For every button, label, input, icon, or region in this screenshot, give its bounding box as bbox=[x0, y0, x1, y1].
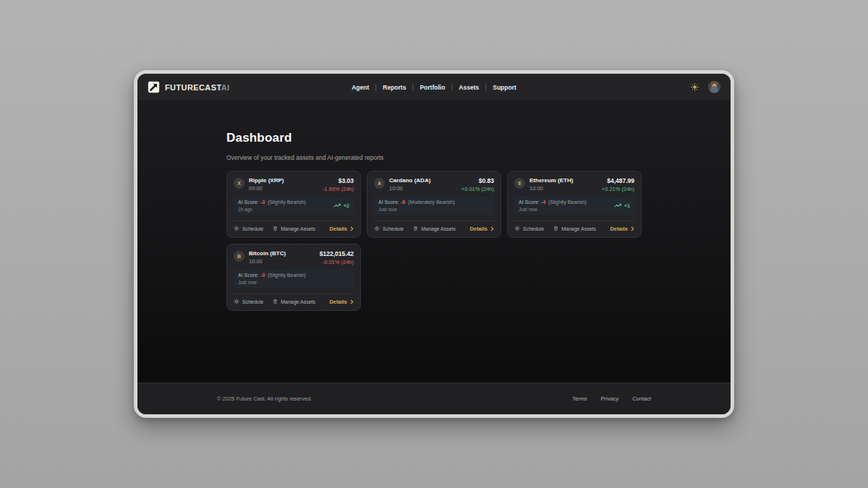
trash-icon bbox=[413, 226, 418, 231]
manage-assets-button[interactable]: Manage Assets bbox=[273, 299, 315, 304]
score-updated-time: Just now bbox=[378, 207, 455, 212]
details-button[interactable]: Details bbox=[469, 226, 494, 232]
asset-change: +0.21% (24h) bbox=[602, 186, 634, 192]
chevron-right-icon bbox=[350, 299, 354, 304]
manage-assets-button[interactable]: Manage Assets bbox=[413, 226, 456, 231]
asset-avatar: B bbox=[234, 251, 244, 262]
site-footer: © 2025 Future Cast. All rights reserved.… bbox=[137, 382, 731, 414]
ai-score-box: AI Score:-4 (Slightly Bearish) Just now … bbox=[514, 197, 634, 215]
asset-card-grid: X Ripple (XRP) 09:00 $3.03 -1.93% (24h) … bbox=[226, 171, 642, 311]
main-nav: Agent Reports Portfolio Assets Support bbox=[345, 74, 523, 100]
asset-time: 09:00 bbox=[249, 185, 284, 192]
asset-price: $122,015.42 bbox=[320, 250, 354, 257]
user-avatar[interactable] bbox=[708, 81, 720, 93]
asset-card-ethereum: E Ethereum (ETH) 10:00 $4,487.99 +0.21% … bbox=[507, 171, 642, 238]
asset-name: Cardano (ADA) bbox=[389, 177, 430, 184]
asset-avatar: X bbox=[234, 178, 244, 189]
trend-delta: +1 bbox=[624, 203, 630, 208]
asset-price: $4,487.99 bbox=[602, 177, 634, 184]
ai-score-sentiment: (Moderately Bearish) bbox=[408, 200, 455, 205]
ai-score-sentiment: (Slightly Bearish) bbox=[268, 200, 306, 205]
footer-links: Terms Privacy Contact bbox=[572, 395, 651, 402]
trend-badge: +2 bbox=[333, 203, 349, 208]
schedule-button[interactable]: Schedule bbox=[234, 226, 263, 231]
card-actions: Schedule Manage Assets Details bbox=[374, 221, 494, 232]
footer-link-contact[interactable]: Contact bbox=[632, 395, 651, 402]
page-title: Dashboard bbox=[226, 131, 642, 145]
asset-price: $0.83 bbox=[461, 177, 494, 184]
page-subtitle: Overview of your tracked assets and AI-g… bbox=[226, 154, 642, 161]
schedule-button[interactable]: Schedule bbox=[374, 226, 404, 231]
asset-card-cardano: A Cardano (ADA) 10:00 $0.83 +0.01% (24h)… bbox=[367, 171, 501, 238]
gear-icon bbox=[234, 299, 239, 304]
nav-item-agent[interactable]: Agent bbox=[345, 84, 375, 91]
ai-score-value: -3 bbox=[259, 273, 266, 278]
asset-change: +0.01% (24h) bbox=[461, 186, 494, 192]
schedule-button[interactable]: Schedule bbox=[514, 226, 544, 231]
asset-price: $3.03 bbox=[323, 177, 354, 184]
asset-initial: E bbox=[518, 181, 522, 186]
trending-up-icon bbox=[614, 203, 622, 208]
nav-item-assets[interactable]: Assets bbox=[452, 84, 485, 91]
asset-initial: X bbox=[237, 181, 241, 186]
manage-assets-button[interactable]: Manage Assets bbox=[553, 226, 596, 231]
trash-icon bbox=[273, 226, 278, 231]
asset-card-ripple: X Ripple (XRP) 09:00 $3.03 -1.93% (24h) … bbox=[226, 171, 361, 238]
asset-avatar: A bbox=[374, 178, 385, 189]
card-actions: Schedule Manage Assets Details bbox=[234, 294, 354, 305]
ai-score-box: AI Score:-3 (Slightly Bearish) Just now bbox=[234, 270, 354, 288]
schedule-button[interactable]: Schedule bbox=[234, 299, 263, 304]
ai-score-line: AI Score:-4 (Slightly Bearish) bbox=[519, 200, 587, 205]
chevron-right-icon bbox=[350, 226, 354, 231]
asset-time: 10:00 bbox=[389, 185, 430, 192]
ai-score-value: -3 bbox=[259, 200, 266, 205]
logo-icon bbox=[148, 81, 160, 93]
ai-score-line: AI Score:-3 (Slightly Bearish) bbox=[238, 200, 306, 205]
app-header: FUTURECASTAI Agent Reports Portfolio Ass… bbox=[137, 74, 731, 101]
ai-score-sentiment: (Slightly Bearish) bbox=[268, 273, 306, 278]
score-updated-time: Just now bbox=[519, 207, 587, 212]
details-button[interactable]: Details bbox=[610, 226, 634, 232]
ai-score-box: AI Score:-3 (Slightly Bearish) 1h ago +2 bbox=[234, 197, 354, 215]
asset-initial: B bbox=[237, 254, 241, 259]
details-button[interactable]: Details bbox=[329, 226, 354, 232]
asset-time: 10:00 bbox=[529, 185, 573, 192]
brand-name: FUTURECASTAI bbox=[165, 83, 230, 92]
chevron-right-icon bbox=[490, 226, 494, 231]
ai-score-line: AI Score:-3 (Slightly Bearish) bbox=[238, 273, 306, 278]
asset-name: Ethereum (ETH) bbox=[529, 177, 573, 184]
asset-time: 10:00 bbox=[249, 258, 286, 265]
trend-delta: +2 bbox=[344, 203, 349, 208]
nav-item-portfolio[interactable]: Portfolio bbox=[413, 84, 451, 91]
brand-logo[interactable]: FUTURECASTAI bbox=[148, 81, 230, 93]
ai-score-sentiment: (Slightly Bearish) bbox=[548, 200, 587, 205]
ai-score-box: AI Score:-6 (Moderately Bearish) Just no… bbox=[374, 197, 494, 215]
asset-card-bitcoin: B Bitcoin (BTC) 10:00 $122,015.42 -0.01%… bbox=[226, 244, 361, 311]
asset-avatar: E bbox=[514, 178, 525, 189]
asset-initial: A bbox=[378, 181, 381, 186]
ai-score-value: -6 bbox=[399, 200, 407, 205]
copyright-text: © 2025 Future Cast. All rights reserved. bbox=[217, 395, 312, 402]
gear-icon bbox=[374, 226, 380, 231]
ai-score-line: AI Score:-6 (Moderately Bearish) bbox=[378, 200, 455, 205]
trend-badge: +1 bbox=[614, 203, 630, 208]
manage-assets-button[interactable]: Manage Assets bbox=[273, 226, 315, 231]
card-actions: Schedule Manage Assets Details bbox=[234, 221, 354, 232]
footer-link-terms[interactable]: Terms bbox=[572, 395, 587, 402]
trash-icon bbox=[273, 299, 278, 304]
main-area: Dashboard Overview of your tracked asset… bbox=[137, 101, 731, 382]
trash-icon bbox=[553, 226, 558, 231]
ai-score-value: -4 bbox=[540, 200, 547, 205]
details-button[interactable]: Details bbox=[329, 299, 354, 305]
gear-icon bbox=[234, 226, 239, 231]
score-updated-time: 1h ago bbox=[238, 207, 306, 212]
footer-link-privacy[interactable]: Privacy bbox=[601, 395, 619, 402]
brand-accent: AI bbox=[221, 83, 230, 92]
card-actions: Schedule Manage Assets Details bbox=[514, 221, 634, 232]
nav-item-reports[interactable]: Reports bbox=[376, 84, 412, 91]
asset-change: -0.01% (24h) bbox=[320, 259, 354, 265]
asset-name: Bitcoin (BTC) bbox=[249, 250, 286, 257]
theme-toggle-sun-icon[interactable] bbox=[689, 82, 700, 93]
nav-item-support[interactable]: Support bbox=[486, 84, 523, 91]
score-updated-time: Just now bbox=[238, 280, 306, 285]
